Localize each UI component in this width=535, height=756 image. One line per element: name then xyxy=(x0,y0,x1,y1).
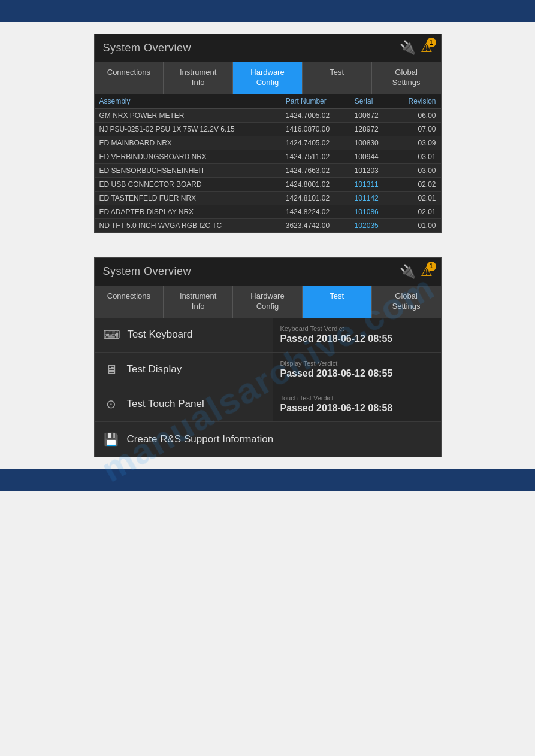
verdict-label: Touch Test Verdict xyxy=(280,394,434,402)
test-item-label: Create R&S Support Information xyxy=(127,433,274,445)
verdict-label: Keyboard Test Verdict xyxy=(280,325,434,332)
cell-part-number: 1424.7511.02 xyxy=(281,150,350,163)
test-item-left: 💾Create R&S Support Information xyxy=(95,427,441,451)
cell-assembly: ND TFT 5.0 INCH WVGA RGB I2C TC xyxy=(95,218,281,232)
table-row: ED SENSORBUCHSENEINHEIT1424.7663.0210120… xyxy=(95,163,441,177)
tab-global-settings-1[interactable]: GlobalSettings xyxy=(372,62,441,94)
table-row: NJ PSU-0251-02 PSU 1X 75W 12.2V 6.151416… xyxy=(95,122,441,136)
cell-revision: 02.02 xyxy=(393,177,441,191)
tabs-2: Connections InstrumentInfo HardwareConfi… xyxy=(95,286,441,318)
test-item[interactable]: 💾Create R&S Support Information xyxy=(95,422,441,457)
cell-part-number: 1424.7005.02 xyxy=(281,108,350,122)
test-item-left: ⊙Test Touch Panel xyxy=(95,392,273,416)
cell-serial: 100944 xyxy=(350,150,393,163)
usb-icon-2: 🔌 xyxy=(400,264,416,280)
tab-hardware-config-1[interactable]: HardwareConfig xyxy=(233,62,303,94)
cell-assembly: NJ PSU-0251-02 PSU 1X 75W 12.2V 6.15 xyxy=(95,122,281,136)
cell-assembly: ED VERBINDUNGSBOARD NRX xyxy=(95,150,281,163)
test-item[interactable]: ⊙Test Touch PanelTouch Test VerdictPasse… xyxy=(95,387,441,422)
cell-serial: 101203 xyxy=(350,163,393,177)
cell-assembly: GM NRX POWER METER xyxy=(95,108,281,122)
bottom-bar xyxy=(0,469,535,491)
cell-assembly: ED SENSORBUCHSENEINHEIT xyxy=(95,163,281,177)
warning-icon-2: ⚠ 1 xyxy=(421,264,433,280)
cell-serial: 102035 xyxy=(350,218,393,232)
table-row: ED MAINBOARD NRX1424.7405.0210083003.09 xyxy=(95,136,441,150)
cell-serial: 101311 xyxy=(350,177,393,191)
test-item-label: Test Keyboard xyxy=(128,329,193,341)
test-item-icon: ⊙ xyxy=(103,397,120,411)
warning-badge-2: 1 xyxy=(427,262,436,271)
test-item-label: Test Touch Panel xyxy=(127,398,204,410)
test-item[interactable]: 🖥Test DisplayDisplay Test VerdictPassed … xyxy=(95,353,441,387)
cell-part-number: 1424.8101.02 xyxy=(281,191,350,205)
cell-assembly: ED MAINBOARD NRX xyxy=(95,136,281,150)
table-row: ED ADAPTER DISPLAY NRX1424.8224.02101086… xyxy=(95,205,441,218)
top-bar xyxy=(0,0,535,22)
so-header-1: System Overview 🔌 ⚠ 1 xyxy=(95,34,441,62)
test-items-container: ⌨Test KeyboardKeyboard Test VerdictPasse… xyxy=(95,318,441,457)
so-header-2: System Overview 🔌 ⚠ 1 xyxy=(95,258,441,286)
col-serial: Serial xyxy=(350,94,393,109)
tab-instrument-info-2[interactable]: InstrumentInfo xyxy=(164,286,233,318)
cell-assembly: ED ADAPTER DISPLAY NRX xyxy=(95,205,281,218)
test-item-left: ⌨Test Keyboard xyxy=(95,323,273,347)
table-row: ED TASTENFELD FUER NRX1424.8101.02101142… xyxy=(95,191,441,205)
system-overview-panel-2: System Overview 🔌 ⚠ 1 Connections Instru… xyxy=(94,257,442,457)
cell-serial: 128972 xyxy=(350,122,393,136)
test-item-right: Touch Test VerdictPassed 2018-06-12 08:5… xyxy=(273,387,441,421)
test-item-icon: 💾 xyxy=(103,432,120,447)
usb-icon-1: 🔌 xyxy=(400,40,416,56)
test-item-right: Keyboard Test VerdictPassed 2018-06-12 0… xyxy=(273,318,441,352)
so-title-1: System Overview xyxy=(103,42,192,54)
system-overview-panel-1: System Overview 🔌 ⚠ 1 Connections Instru… xyxy=(94,34,442,233)
cell-serial: 101142 xyxy=(350,191,393,205)
cell-revision: 03.00 xyxy=(393,163,441,177)
col-part-number: Part Number xyxy=(281,94,350,109)
verdict-value: Passed 2018-06-12 08:55 xyxy=(280,368,434,379)
cell-revision: 06.00 xyxy=(393,108,441,122)
verdict-value: Passed 2018-06-12 08:58 xyxy=(280,403,434,414)
cell-revision: 01.00 xyxy=(393,218,441,232)
test-item-right: Display Test VerdictPassed 2018-06-12 08… xyxy=(273,353,441,387)
col-assembly: Assembly xyxy=(95,94,281,109)
table-row: ND TFT 5.0 INCH WVGA RGB I2C TC3623.4742… xyxy=(95,218,441,232)
table-row: ED USB CONNECTOR BOARD1424.8001.02101311… xyxy=(95,177,441,191)
tabs-1: Connections InstrumentInfo HardwareConfi… xyxy=(95,62,441,94)
so-title-2: System Overview xyxy=(103,265,192,278)
tab-connections-2[interactable]: Connections xyxy=(95,286,164,318)
cell-serial: 100830 xyxy=(350,136,393,150)
warning-icon-1: ⚠ 1 xyxy=(421,40,433,56)
tab-global-settings-2[interactable]: GlobalSettings xyxy=(372,286,441,318)
so-icons-2: 🔌 ⚠ 1 xyxy=(400,264,433,280)
warning-badge-1: 1 xyxy=(427,38,436,47)
cell-revision: 07.00 xyxy=(393,122,441,136)
tab-connections-1[interactable]: Connections xyxy=(95,62,164,94)
cell-part-number: 1416.0870.00 xyxy=(281,122,350,136)
cell-revision: 02.01 xyxy=(393,191,441,205)
cell-part-number: 1424.8001.02 xyxy=(281,177,350,191)
test-item-icon: 🖥 xyxy=(103,363,120,377)
tab-hardware-config-2[interactable]: HardwareConfig xyxy=(233,286,303,318)
cell-part-number: 1424.8224.02 xyxy=(281,205,350,218)
verdict-label: Display Test Verdict xyxy=(280,360,434,367)
cell-revision: 03.01 xyxy=(393,150,441,163)
test-item[interactable]: ⌨Test KeyboardKeyboard Test VerdictPasse… xyxy=(95,318,441,353)
tab-test-1[interactable]: Test xyxy=(303,62,372,94)
test-item-icon: ⌨ xyxy=(103,327,120,342)
cell-revision: 02.01 xyxy=(393,205,441,218)
tab-test-2[interactable]: Test xyxy=(303,286,372,318)
test-item-left: 🖥Test Display xyxy=(95,358,273,381)
test-item-label: Test Display xyxy=(127,363,182,375)
tab-instrument-info-1[interactable]: InstrumentInfo xyxy=(164,62,233,94)
cell-serial: 101086 xyxy=(350,205,393,218)
cell-revision: 03.09 xyxy=(393,136,441,150)
so-icons-1: 🔌 ⚠ 1 xyxy=(400,40,433,56)
hardware-table: Assembly Part Number Serial Revision GM … xyxy=(95,94,441,233)
cell-part-number: 1424.7405.02 xyxy=(281,136,350,150)
cell-serial: 100672 xyxy=(350,108,393,122)
col-revision: Revision xyxy=(393,94,441,109)
cell-part-number: 1424.7663.02 xyxy=(281,163,350,177)
verdict-value: Passed 2018-06-12 08:55 xyxy=(280,333,434,344)
table-row: ED VERBINDUNGSBOARD NRX1424.7511.0210094… xyxy=(95,150,441,163)
